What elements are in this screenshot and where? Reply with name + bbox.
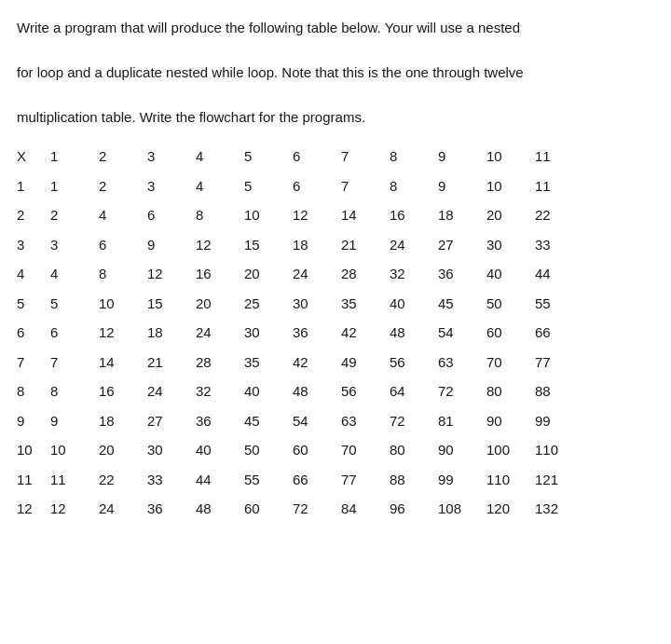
table-cell-r1-c0: 2 xyxy=(17,200,50,230)
intro-line1: Write a program that will produce the fo… xyxy=(17,17,654,39)
table-cell-r11-c5: 60 xyxy=(244,494,293,524)
table-cell-r4-c11: 55 xyxy=(535,289,583,319)
table-cell-r2-c5: 15 xyxy=(244,230,293,260)
table-cell-r6-c0: 7 xyxy=(17,348,50,377)
table-cell-r3-c7: 28 xyxy=(341,259,390,289)
table-cell-r2-c3: 9 xyxy=(147,230,196,260)
table-cell-r10-c9: 99 xyxy=(438,465,486,495)
table-cell-r9-c10: 100 xyxy=(486,435,535,465)
multiplication-table: X1234567891011 1123456789101122468101214… xyxy=(17,142,583,524)
table-cell-r5-c7: 42 xyxy=(341,318,390,348)
table-cell-r9-c11: 110 xyxy=(535,435,583,465)
table-row: 11234567891011 xyxy=(17,171,583,201)
table-row: 7714212835424956637077 xyxy=(17,348,583,377)
table-cell-r9-c7: 70 xyxy=(341,435,390,465)
table-cell-r7-c11: 88 xyxy=(535,377,583,406)
table-cell-r9-c0: 10 xyxy=(17,435,50,465)
table-cell-r3-c0: 4 xyxy=(17,259,50,289)
table-cell-r3-c11: 44 xyxy=(535,259,583,289)
table-cell-r7-c5: 40 xyxy=(244,377,293,406)
table-cell-r4-c10: 50 xyxy=(486,289,535,319)
table-cell-r1-c9: 18 xyxy=(438,200,486,230)
table-cell-r2-c7: 21 xyxy=(341,230,390,260)
table-cell-r3-c8: 32 xyxy=(390,259,438,289)
table-cell-r6-c9: 63 xyxy=(438,348,486,377)
table-cell-r8-c0: 9 xyxy=(17,406,50,436)
table-cell-r8-c9: 81 xyxy=(438,406,486,436)
table-cell-r8-c8: 72 xyxy=(390,406,438,436)
table-cell-r0-c5: 5 xyxy=(244,171,293,201)
table-cell-r0-c6: 6 xyxy=(293,171,341,201)
header-cell-0: X xyxy=(17,142,50,171)
table-cell-r4-c5: 25 xyxy=(244,289,293,319)
table-row: 121224364860728496108120132 xyxy=(17,494,583,524)
table-row: 8816243240485664728088 xyxy=(17,377,583,406)
table-cell-r7-c7: 56 xyxy=(341,377,390,406)
table-cell-r11-c8: 96 xyxy=(390,494,438,524)
table-cell-r11-c0: 12 xyxy=(17,494,50,524)
table-cell-r3-c4: 16 xyxy=(196,259,244,289)
table-cell-r0-c11: 11 xyxy=(535,171,583,201)
table-cell-r8-c7: 63 xyxy=(341,406,390,436)
table-cell-r0-c7: 7 xyxy=(341,171,390,201)
table-row: 11112233445566778899110121 xyxy=(17,465,583,495)
table-cell-r4-c9: 45 xyxy=(438,289,486,319)
table-cell-r5-c11: 66 xyxy=(535,318,583,348)
table-cell-r6-c11: 77 xyxy=(535,348,583,377)
table-cell-r3-c5: 20 xyxy=(244,259,293,289)
table-cell-r2-c8: 24 xyxy=(390,230,438,260)
header-cell-2: 2 xyxy=(99,142,147,171)
header-cell-3: 3 xyxy=(147,142,196,171)
table-cell-r11-c7: 84 xyxy=(341,494,390,524)
table-cell-r9-c8: 80 xyxy=(390,435,438,465)
table-cell-r9-c9: 90 xyxy=(438,435,486,465)
table-cell-r1-c8: 16 xyxy=(390,200,438,230)
table-cell-r10-c0: 11 xyxy=(17,465,50,495)
table-cell-r6-c5: 35 xyxy=(244,348,293,377)
table-row: 9918273645546372819099 xyxy=(17,406,583,436)
table-cell-r2-c10: 30 xyxy=(486,230,535,260)
table-cell-r2-c4: 12 xyxy=(196,230,244,260)
header-cell-4: 4 xyxy=(196,142,244,171)
intro-line2: for loop and a duplicate nested while lo… xyxy=(17,62,654,84)
table-cell-r0-c0: 1 xyxy=(17,171,50,201)
table-cell-r1-c5: 10 xyxy=(244,200,293,230)
table-cell-r5-c0: 6 xyxy=(17,318,50,348)
table-cell-r5-c6: 36 xyxy=(293,318,341,348)
table-cell-r10-c2: 22 xyxy=(99,465,147,495)
table-cell-r10-c11: 121 xyxy=(535,465,583,495)
table-cell-r4-c7: 35 xyxy=(341,289,390,319)
table-cell-r3-c3: 12 xyxy=(147,259,196,289)
table-cell-r11-c11: 132 xyxy=(535,494,583,524)
table-cell-r10-c5: 55 xyxy=(244,465,293,495)
table-cell-r1-c3: 6 xyxy=(147,200,196,230)
table-cell-r7-c0: 8 xyxy=(17,377,50,406)
table-cell-r7-c10: 80 xyxy=(486,377,535,406)
header-cell-5: 5 xyxy=(244,142,293,171)
header-cell-10: 10 xyxy=(486,142,535,171)
table-cell-r7-c6: 48 xyxy=(293,377,341,406)
table-cell-r5-c4: 24 xyxy=(196,318,244,348)
table-cell-r6-c8: 56 xyxy=(390,348,438,377)
table-cell-r10-c1: 11 xyxy=(50,465,99,495)
table-cell-r1-c6: 12 xyxy=(293,200,341,230)
table-cell-r11-c4: 48 xyxy=(196,494,244,524)
table-cell-r7-c3: 24 xyxy=(147,377,196,406)
table-row: 2246810121416182022 xyxy=(17,200,583,230)
table-cell-r4-c2: 10 xyxy=(99,289,147,319)
table-cell-r7-c9: 72 xyxy=(438,377,486,406)
table-cell-r0-c10: 10 xyxy=(486,171,535,201)
table-cell-r9-c3: 30 xyxy=(147,435,196,465)
table-row: 6612182430364248546066 xyxy=(17,318,583,348)
table-cell-r2-c2: 6 xyxy=(99,230,147,260)
table-cell-r7-c4: 32 xyxy=(196,377,244,406)
table-cell-r3-c9: 36 xyxy=(438,259,486,289)
table-cell-r4-c8: 40 xyxy=(390,289,438,319)
header-cell-7: 7 xyxy=(341,142,390,171)
table-cell-r10-c3: 33 xyxy=(147,465,196,495)
table-cell-r4-c0: 5 xyxy=(17,289,50,319)
table-cell-r0-c8: 8 xyxy=(390,171,438,201)
table-cell-r8-c10: 90 xyxy=(486,406,535,436)
table-cell-r7-c1: 8 xyxy=(50,377,99,406)
intro-paragraph: Write a program that will produce the fo… xyxy=(17,17,654,129)
